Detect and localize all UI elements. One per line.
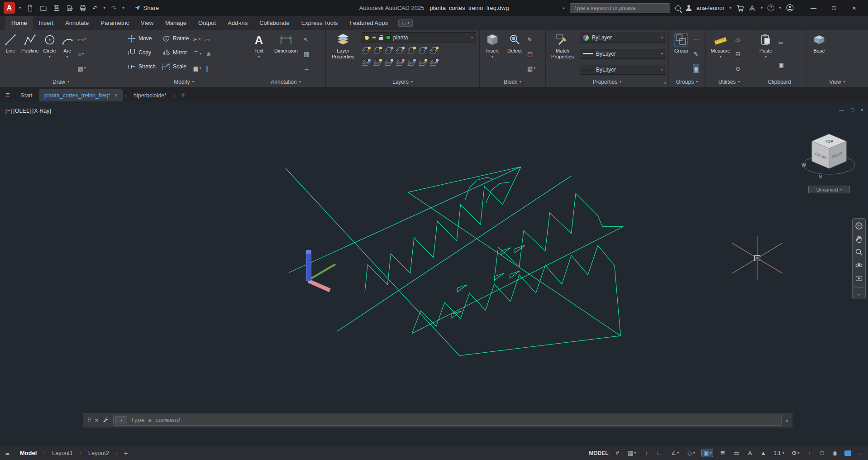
drawing-polyline[interactable]: [337, 176, 571, 331]
measure-caret-icon[interactable]: ▾: [720, 55, 721, 59]
drawing-triangle-marker[interactable]: [494, 273, 504, 280]
groups-panel-label[interactable]: Groups▾: [669, 77, 705, 87]
trim-button[interactable]: ✂▾: [193, 35, 200, 43]
layer-lock-tool-icon[interactable]: [396, 48, 403, 53]
circle-caret-icon[interactable]: ▾: [49, 55, 51, 59]
viewport-minimize-icon[interactable]: —: [839, 107, 844, 112]
infer-constraints-icon[interactable]: +: [643, 449, 649, 457]
clean-screen-icon[interactable]: □: [819, 449, 825, 457]
tab-manage[interactable]: Manage: [159, 16, 192, 30]
lineweight-select[interactable]: ByLayer ▾: [580, 49, 666, 59]
layout-menu-icon[interactable]: ≡: [5, 449, 13, 457]
paste-button[interactable]: Paste ▾: [755, 31, 776, 77]
full-navigation-wheel-button[interactable]: [855, 222, 863, 230]
command-field[interactable]: ▾: [113, 415, 782, 426]
drawing-polyline[interactable]: [503, 167, 521, 204]
object-snap-button[interactable]: ▣▾: [702, 449, 713, 457]
save-button[interactable]: [53, 5, 60, 12]
layer-freeze-icon[interactable]: [385, 48, 392, 53]
copy-button[interactable]: Copy: [124, 45, 159, 59]
measure-button[interactable]: Measure ▾: [708, 31, 733, 77]
feedback-comment-icon[interactable]: [844, 450, 851, 456]
ribbon-display-toggle[interactable]: ▭ ▾: [398, 19, 413, 27]
id-point-button[interactable]: ⊙: [735, 64, 740, 72]
grid-display-icon[interactable]: #: [615, 449, 620, 457]
layer-color-swatch[interactable]: [386, 35, 391, 40]
model-space-toggle[interactable]: MODEL: [589, 450, 608, 456]
drawing-triangle-marker[interactable]: [515, 245, 525, 253]
paste-caret-icon[interactable]: ▾: [765, 55, 767, 59]
base-button[interactable]: Base: [809, 31, 830, 77]
polar-tracking-button[interactable]: ∠▾: [669, 449, 680, 457]
new-drawing-tab-button[interactable]: +: [177, 91, 189, 101]
tab-hiperboloide[interactable]: hiperboloide*: [128, 89, 172, 101]
view-panel-label[interactable]: View▾: [806, 77, 868, 87]
snap-mode-button[interactable]: ▦▾: [626, 449, 637, 457]
viewport-close-icon[interactable]: ×: [861, 107, 863, 112]
utilities-panel-label[interactable]: Utilities▾: [706, 77, 753, 87]
detect-button[interactable]: Detect: [504, 31, 525, 77]
insert-button[interactable]: Insert ▾: [482, 31, 503, 77]
viewcube-west[interactable]: W: [801, 162, 806, 168]
viewcube[interactable]: W S TOP FRONT RIGHT Unnamed ▾: [799, 129, 859, 193]
block-create-button[interactable]: ▤: [527, 50, 535, 58]
zoom-button[interactable]: [855, 248, 863, 256]
drawing-canvas[interactable]: [0, 101, 868, 446]
arc-button[interactable]: Arc ▾: [59, 31, 76, 77]
viewcube-cube[interactable]: TOP FRONT RIGHT: [812, 134, 846, 168]
layer-isolate-icon[interactable]: [374, 48, 381, 53]
command-line-close-icon[interactable]: ×: [95, 417, 99, 424]
new-drawing-button[interactable]: [27, 5, 34, 12]
customize-wrench-icon[interactable]: [102, 417, 109, 424]
leader-button[interactable]: ↖: [304, 35, 310, 43]
lineweight-display-icon[interactable]: ≣: [719, 449, 726, 457]
array-button[interactable]: ▦▾: [193, 64, 201, 72]
tab-express-tools[interactable]: Express Tools: [296, 16, 344, 30]
block-panel-label[interactable]: Block▾: [480, 77, 545, 87]
dynamic-input-icon[interactable]: ∟: [655, 449, 664, 457]
tab-view[interactable]: View: [135, 16, 159, 30]
linetype-select[interactable]: ByLayer ▾: [580, 65, 666, 75]
user-menu-caret-icon[interactable]: ▾: [730, 6, 731, 10]
dimension-button[interactable]: Dimension: [271, 31, 301, 77]
recent-commands-button[interactable]: ▾: [115, 416, 127, 424]
app-menu-button[interactable]: A: [4, 2, 15, 14]
layer-settings-icon[interactable]: [430, 60, 437, 66]
visual-style-control[interactable]: [X-Ray]: [32, 108, 51, 114]
drawing-polyline[interactable]: [365, 186, 503, 292]
properties-panel-label[interactable]: Properties▾: [546, 77, 668, 87]
annotation-scale-button[interactable]: 1:1▾: [773, 450, 784, 456]
block-attributes-button[interactable]: ▧▾: [527, 64, 535, 72]
group-edit-button[interactable]: ✎: [693, 50, 699, 58]
layer-merge-icon[interactable]: [385, 60, 392, 66]
layers-panel-label[interactable]: Layers▾: [326, 77, 479, 87]
new-layout-button[interactable]: +: [121, 449, 131, 457]
text-button[interactable]: A Text ▾: [248, 31, 269, 77]
file-tabs-menu-icon[interactable]: ≡: [5, 91, 14, 101]
drawing-area[interactable]: [−] [OLE1] [X-Ray] — □ × W S TOP FRONT R…: [0, 101, 868, 446]
quick-select-button[interactable]: ◇: [735, 35, 740, 43]
tab-home[interactable]: Home: [5, 16, 33, 30]
drawing-polyline[interactable]: [289, 167, 521, 273]
modify-panel-label[interactable]: Modify▾: [122, 77, 246, 87]
tab-add-ins[interactable]: Add-ins: [222, 16, 253, 30]
search-input[interactable]: [573, 5, 667, 11]
redo-button[interactable]: ↷: [111, 5, 117, 11]
viewcube-south[interactable]: S: [819, 174, 822, 179]
rectangle-button[interactable]: ▭▾: [78, 35, 86, 43]
drawing-polyline[interactable]: [408, 167, 521, 192]
draw-panel-label[interactable]: Draw▾: [0, 77, 122, 87]
tab-parametric[interactable]: Parametric: [95, 16, 135, 30]
apps-caret-icon[interactable]: ▾: [761, 6, 763, 10]
explode-button[interactable]: ※: [206, 50, 211, 58]
orbit-button[interactable]: [855, 261, 863, 269]
viewport-restore-icon[interactable]: □: [851, 107, 854, 112]
line-button[interactable]: Line: [2, 31, 19, 77]
text-caret-icon[interactable]: ▾: [258, 55, 260, 59]
qat-customize-caret-icon[interactable]: ▾: [123, 6, 124, 10]
circle-button[interactable]: Circle ▾: [42, 31, 58, 77]
hatch-button[interactable]: ▨▾: [78, 64, 86, 72]
undo-button[interactable]: ↶: [92, 5, 98, 11]
share-button[interactable]: Share: [134, 5, 159, 11]
annotation-monitor-icon[interactable]: +: [807, 449, 813, 457]
